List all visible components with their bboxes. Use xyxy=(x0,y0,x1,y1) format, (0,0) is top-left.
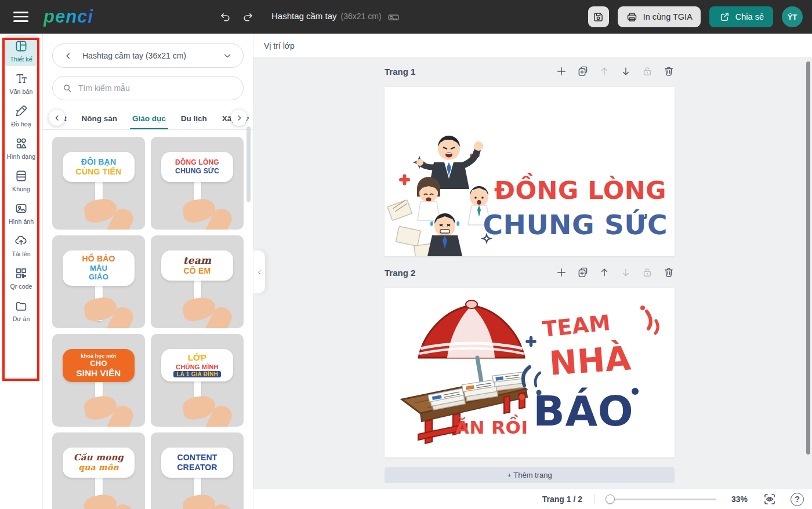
sidebar-item-projects[interactable]: Dự án xyxy=(4,295,39,326)
doc-size: (36x21 cm) xyxy=(341,12,382,21)
panel-scrollbar[interactable] xyxy=(246,126,251,202)
save-button[interactable] xyxy=(588,6,609,27)
category-tabs: t Nông sản Giáo dục Du lịch Xây dự xyxy=(43,108,253,130)
chevron-down-icon xyxy=(222,50,233,61)
share-button[interactable]: Chia sẻ xyxy=(709,6,773,27)
sidebar-item-frames[interactable]: Khung xyxy=(4,165,39,196)
move-page-up-icon[interactable] xyxy=(599,267,610,278)
hand-graphic xyxy=(82,394,118,421)
add-page-icon[interactable] xyxy=(556,267,567,278)
print-label: In cùng TGIA xyxy=(643,12,693,21)
delete-page-icon[interactable] xyxy=(663,66,675,77)
tab-giao-duc[interactable]: Giáo dục xyxy=(132,108,166,129)
template-sign-text: qua môn xyxy=(78,463,119,472)
sidebar-item-uploads[interactable]: Tải lên xyxy=(4,230,39,261)
frame-icon xyxy=(14,169,28,183)
page-2-canvas[interactable]: TEAM NHÀ BÁO ĂN RỒI xyxy=(385,288,675,457)
search-input[interactable] xyxy=(78,83,234,93)
panel-collapse-handle[interactable] xyxy=(253,250,265,293)
template-tile[interactable]: ĐÔI BẠNCÙNG TIẾN xyxy=(52,137,145,230)
delete-page-icon[interactable] xyxy=(663,267,675,278)
tab-du-lich[interactable]: Du lịch xyxy=(181,108,207,129)
template-sign-text: ĐÔI BẠN xyxy=(81,158,117,167)
template-sign-text: team xyxy=(183,255,211,266)
sidebar-item-text[interactable]: Văn bản xyxy=(4,68,39,99)
add-page-button[interactable]: + Thêm trang xyxy=(385,467,675,483)
zoom-slider[interactable] xyxy=(606,495,716,504)
document-title[interactable]: Hashtag cầm tay (36x21 cm) xyxy=(271,11,400,23)
duplicate-page-icon[interactable] xyxy=(577,267,589,278)
duplicate-page-icon[interactable] xyxy=(577,66,589,77)
collapse-chevron-icon xyxy=(256,268,263,276)
search-box[interactable] xyxy=(52,76,244,100)
avatar[interactable]: ÝT xyxy=(782,6,803,27)
sidebar-item-images[interactable]: Hình ảnh xyxy=(4,198,39,228)
format-dropdown[interactable]: Hashtag cầm tay (36x21 cm) xyxy=(52,43,244,68)
hand-graphic xyxy=(181,197,217,224)
back-icon[interactable] xyxy=(63,51,73,61)
template-sign-text: ĐỒNG LÒNG xyxy=(175,159,219,166)
page-2-word-bao[interactable]: BÁO xyxy=(533,387,633,435)
sidebar-item-design[interactable]: Thiết kế xyxy=(4,35,39,66)
canvas-area[interactable]: Trang 1 xyxy=(253,58,812,489)
template-sign-text: CREATOR xyxy=(177,463,217,472)
template-sign: HỔ BÁOMẪUGIÁO xyxy=(63,250,135,286)
help-button[interactable]: ? xyxy=(791,493,804,506)
hand-graphic xyxy=(82,295,118,322)
undo-icon[interactable] xyxy=(218,10,232,24)
sidebar-item-shapes[interactable]: Hình dạng xyxy=(4,133,39,163)
template-tile[interactable]: ĐỒNG LÒNGCHUNG SỨC xyxy=(151,137,244,230)
menu-icon[interactable] xyxy=(13,12,28,22)
page-2-word-nha[interactable]: NHÀ xyxy=(548,339,632,383)
sidebar-item-graphics[interactable]: Đồ hoạ xyxy=(4,100,39,131)
page-1-text-line-2[interactable]: CHUNG SỨC xyxy=(483,209,668,241)
lock-page-icon[interactable] xyxy=(641,267,653,278)
template-tile[interactable]: Cầu mongqua môn xyxy=(52,432,145,509)
upload-icon xyxy=(14,234,28,248)
page-2-tools xyxy=(556,267,675,278)
main-scrollbar[interactable] xyxy=(806,61,810,455)
printer-icon xyxy=(626,11,638,23)
design-icon xyxy=(14,39,28,53)
page-1-text-line-1[interactable]: ĐỒNG LÒNG xyxy=(494,176,666,205)
tabs-next-button[interactable] xyxy=(231,110,247,126)
template-grid: ĐÔI BẠNCÙNG TIẾNĐỒNG LÒNGCHUNG SỨCHỔ BÁO… xyxy=(52,137,244,509)
page-1-canvas[interactable]: ĐỒNG LÒNG CHUNG SỨC xyxy=(385,87,675,256)
template-sign-text: MẪU xyxy=(90,264,107,273)
doc-name: Hashtag cầm tay xyxy=(271,11,337,21)
sidebar-item-qrcode[interactable]: Qr code xyxy=(4,263,39,293)
tab-nong-san[interactable]: Nông sản xyxy=(82,108,118,129)
zoom-slider-track[interactable] xyxy=(606,499,716,500)
page-2-label: Trang 2 xyxy=(385,268,415,278)
zoom-slider-thumb[interactable] xyxy=(606,495,615,504)
app-logo: penci xyxy=(44,6,93,27)
page-2-word-anroi[interactable]: ĂN RỒI xyxy=(455,417,528,438)
template-tile[interactable]: teamCÔ EM xyxy=(151,235,244,328)
search-icon xyxy=(62,83,72,93)
hand-graphic xyxy=(82,197,118,224)
share-label: Chia sẻ xyxy=(735,12,764,21)
move-page-up-icon xyxy=(599,66,610,77)
template-sign: LỚPCHÚNG MÌNHLÀ 1 GIA ĐÌNH xyxy=(161,349,234,381)
resize-icon[interactable] xyxy=(387,11,400,23)
template-tile[interactable]: HỔ BÁOMẪUGIÁO xyxy=(52,235,145,328)
template-tile[interactable]: LỚPCHÚNG MÌNHLÀ 1 GIA ĐÌNH xyxy=(151,334,244,427)
print-button[interactable]: In cùng TGIA xyxy=(618,6,701,27)
template-sign-text: GIÁO xyxy=(89,273,108,282)
template-tile[interactable]: khoá học mớiCHOSINH VIÊN xyxy=(52,334,145,427)
move-page-down-icon xyxy=(620,267,632,278)
move-page-down-icon[interactable] xyxy=(620,66,632,77)
template-sign-text: CONTENT xyxy=(177,453,217,463)
tabs-prev-button[interactable] xyxy=(49,110,65,126)
add-page-icon[interactable] xyxy=(556,66,567,77)
lock-page-icon[interactable] xyxy=(641,66,653,77)
fit-preview-icon[interactable] xyxy=(763,492,777,506)
template-sign-text: HỔ BÁO xyxy=(82,254,115,264)
redo-icon[interactable] xyxy=(241,10,255,24)
page-1-tools xyxy=(556,66,675,77)
template-sign: Cầu mongqua môn xyxy=(63,448,135,478)
template-tile[interactable]: CONTENTCREATOR xyxy=(151,432,244,509)
divider xyxy=(594,494,594,504)
folder-icon xyxy=(14,299,28,312)
template-sign-text: CHUNG SỨC xyxy=(175,168,219,175)
